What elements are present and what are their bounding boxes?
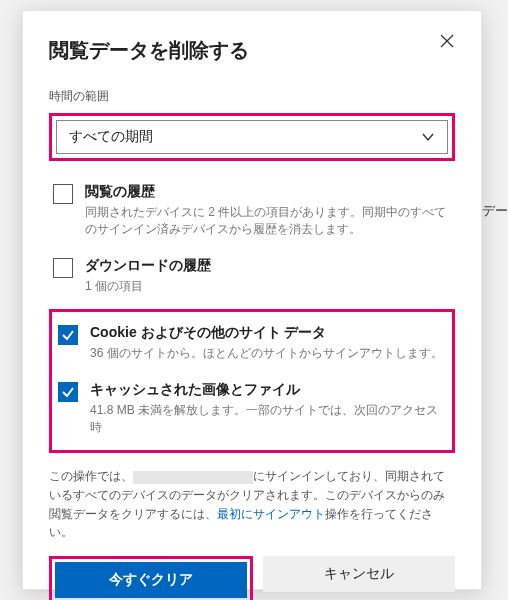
item-browsing-history[interactable]: 閲覧の履歴 同期されたデバイスに 2 件以上の項目があります。同期中のすべてのサ… <box>49 175 455 249</box>
checkbox-download-history[interactable] <box>53 258 73 278</box>
item-desc: 1 個の項目 <box>85 278 451 295</box>
close-icon <box>439 33 455 49</box>
clear-now-button[interactable]: 今すぐクリア <box>55 562 247 598</box>
background-text: デー <box>482 202 508 220</box>
time-range-label: 時間の範囲 <box>49 88 455 105</box>
sign-out-first-link[interactable]: 最初にサインアウト <box>217 507 325 521</box>
time-range-value: すべての期間 <box>69 128 153 146</box>
checkbox-browsing-history[interactable] <box>53 184 73 204</box>
dialog-title: 閲覧データを削除する <box>49 37 455 64</box>
item-title: Cookie およびその他のサイト データ <box>90 324 446 342</box>
chevron-down-icon <box>421 130 435 144</box>
item-desc: 41.8 MB 未満を解放します。一部のサイトでは、次回のアクセス時 <box>90 402 446 437</box>
time-range-select[interactable]: すべての期間 <box>56 120 448 154</box>
item-download-history[interactable]: ダウンロードの履歴 1 個の項目 <box>49 249 455 305</box>
data-type-list: 閲覧の履歴 同期されたデバイスに 2 件以上の項目があります。同期中のすべてのサ… <box>49 175 455 453</box>
item-title: ダウンロードの履歴 <box>85 257 451 275</box>
redacted-account <box>133 471 253 484</box>
checkbox-cookies[interactable] <box>58 325 78 345</box>
item-title: 閲覧の履歴 <box>85 183 451 201</box>
checkbox-cached-images[interactable] <box>58 382 78 402</box>
dialog-buttons: 今すぐクリア キャンセル <box>49 556 455 600</box>
footer-text-1: この操作では、 <box>49 469 133 483</box>
footer-note: この操作では、にサインインしており、同期されているすべてのデバイスのデータがクリ… <box>49 467 455 541</box>
cancel-button[interactable]: キャンセル <box>263 556 455 592</box>
highlight-clear-button: 今すぐクリア <box>49 556 253 600</box>
close-button[interactable] <box>431 25 463 57</box>
item-desc: 36 個のサイトから。ほとんどのサイトからサインアウトします。 <box>90 345 446 362</box>
clear-browsing-data-dialog: 閲覧データを削除する 時間の範囲 すべての期間 閲覧の履歴 同期されたデバイスに… <box>22 10 482 590</box>
highlight-time-range: すべての期間 <box>49 113 455 161</box>
item-cached-images[interactable]: キャッシュされた画像とファイル 41.8 MB 未満を解放します。一部のサイトで… <box>54 373 450 447</box>
item-desc: 同期されたデバイスに 2 件以上の項目があります。同期中のすべてのサインイン済み… <box>85 204 451 239</box>
item-title: キャッシュされた画像とファイル <box>90 381 446 399</box>
highlight-selected-items: Cookie およびその他のサイト データ 36 個のサイトから。ほとんどのサイ… <box>49 309 455 453</box>
item-cookies[interactable]: Cookie およびその他のサイト データ 36 個のサイトから。ほとんどのサイ… <box>54 316 450 372</box>
